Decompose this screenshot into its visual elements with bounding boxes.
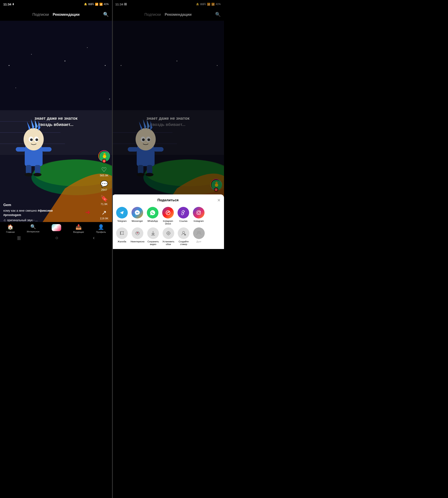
svg-point-69 bbox=[200, 211, 200, 212]
create-sticker-icon bbox=[178, 227, 189, 239]
left-panel: 11:34 ⬇ 🔔 WiFi 📶 📶 41% Подписки Рекоменд… bbox=[0, 0, 112, 249]
set-wallpaper-icon bbox=[163, 227, 174, 239]
save-video-icon bbox=[147, 227, 159, 239]
share-set-wallpaper[interactable]: Установить обои bbox=[162, 227, 175, 246]
instagram-direct-label: Instagram Direct bbox=[161, 220, 175, 225]
share-create-sticker[interactable]: Создайте стикер bbox=[177, 227, 190, 246]
svg-rect-28 bbox=[35, 165, 40, 174]
svg-point-13 bbox=[15, 88, 16, 88]
svg-rect-25 bbox=[16, 147, 26, 152]
video-area-left[interactable]: знает даже не знаток гвоздь вбивает... bbox=[0, 21, 112, 222]
battery-left: 41% bbox=[104, 3, 109, 6]
share-duet: Дуэт bbox=[192, 227, 205, 246]
svg-point-29 bbox=[24, 173, 32, 176]
svg-point-12 bbox=[105, 65, 106, 66]
duet-label: Дуэт bbox=[196, 240, 201, 243]
share-grid-row2: Жалоба Неинтересно bbox=[115, 227, 221, 246]
share-instagram-direct[interactable]: Instagram Direct bbox=[161, 207, 175, 225]
svg-point-34 bbox=[103, 155, 106, 158]
nav-recents-left[interactable]: ||| bbox=[17, 235, 21, 240]
nav-add-left[interactable]: + bbox=[52, 224, 61, 231]
svg-point-75 bbox=[168, 232, 169, 234]
report-label: Жалоба bbox=[118, 240, 126, 243]
save-video-label: Сохранить видео bbox=[147, 240, 160, 246]
share-messenger[interactable]: Messenger bbox=[131, 207, 144, 225]
link-label: Ссылка bbox=[179, 220, 188, 222]
duet-icon bbox=[193, 227, 205, 239]
recommendations-tab-left[interactable]: Рекомендации bbox=[53, 13, 80, 17]
share-link[interactable]: Ссылка bbox=[177, 207, 190, 225]
status-time-left: 11:34 ⬇ bbox=[3, 2, 14, 6]
share-report[interactable]: Жалоба bbox=[115, 227, 128, 246]
svg-point-11 bbox=[87, 47, 88, 48]
svg-point-30 bbox=[33, 173, 42, 176]
status-bar-left: 11:34 ⬇ 🔔 WiFi 📶 📶 41% bbox=[0, 0, 112, 8]
create-sticker-label: Создайте стикер bbox=[177, 240, 190, 246]
share-modal: Поделиться ✕ Telegram bbox=[112, 194, 224, 249]
share-save-video[interactable]: Сохранить видео bbox=[147, 227, 160, 246]
svg-point-16 bbox=[24, 128, 44, 150]
share-count-left: 119.9K bbox=[100, 217, 108, 220]
whatsapp-label: WhatsApp bbox=[147, 220, 158, 222]
comment-action-left[interactable]: 💬 2647 bbox=[100, 180, 108, 191]
svg-point-72 bbox=[138, 232, 139, 233]
nav-back-left[interactable]: ‹ bbox=[93, 235, 95, 241]
video-desc-left: кому как а мне смешно #фиксики #prostoge… bbox=[3, 208, 96, 217]
panel-divider bbox=[112, 0, 113, 249]
svg-point-24 bbox=[35, 138, 38, 141]
nav-explore-left[interactable]: 🔍 Интересное bbox=[27, 224, 39, 233]
share-instagram[interactable]: Instagram bbox=[192, 207, 205, 225]
follow-plus-left[interactable]: + bbox=[102, 159, 106, 163]
svg-point-23 bbox=[30, 138, 33, 141]
signal2-icon-left: 📶 bbox=[99, 3, 103, 6]
not-interested-icon bbox=[132, 227, 143, 239]
svg-point-8 bbox=[9, 65, 10, 66]
bookmark-action-left[interactable]: 🔖 71.9K bbox=[100, 195, 108, 206]
subscriptions-tab-left[interactable]: Подписки bbox=[32, 13, 49, 17]
actions-panel-left: + ♡ 565.9K 💬 2647 🔖 71.9K ➜ ↗ 119.9K bbox=[98, 150, 110, 220]
header-left: Подписки Рекомендации 🔍 bbox=[0, 8, 112, 21]
time-left: 11:34 bbox=[3, 2, 11, 6]
svg-point-74 bbox=[167, 232, 170, 235]
search-icon-left[interactable]: 🔍 bbox=[103, 12, 109, 17]
nav-home-circle-left[interactable]: ○ bbox=[55, 235, 59, 241]
nav-profile-left[interactable]: 👤 Профиль bbox=[96, 224, 106, 233]
share-modal-overlay[interactable]: Поделиться ✕ Telegram bbox=[112, 0, 224, 249]
comment-count-left: 2647 bbox=[101, 188, 107, 191]
share-modal-header: Поделиться ✕ bbox=[115, 198, 221, 203]
system-nav-left: ||| ○ ‹ bbox=[0, 233, 112, 241]
share-not-interested[interactable]: Неинтересно bbox=[130, 227, 144, 246]
video-sound-left[interactable]: ♫ оригинальный звук - ... bbox=[3, 218, 96, 222]
svg-point-9 bbox=[31, 54, 32, 55]
telegram-label: Telegram bbox=[117, 220, 127, 222]
video-author-left: Gem bbox=[3, 203, 96, 207]
video-info-left: Gem кому как а мне смешно #фиксики #pros… bbox=[3, 203, 96, 222]
svg-point-71 bbox=[137, 232, 137, 233]
share-telegram[interactable]: Telegram bbox=[115, 207, 128, 225]
alarm-icon-left: 🔔 bbox=[84, 3, 87, 6]
share-close-button[interactable]: ✕ bbox=[215, 198, 221, 203]
whatsapp-icon bbox=[147, 207, 159, 218]
share-whatsapp[interactable]: WhatsApp bbox=[146, 207, 159, 225]
set-wallpaper-label: Установить обои bbox=[162, 240, 175, 246]
link-icon bbox=[177, 207, 189, 218]
share-title: Поделиться bbox=[121, 198, 215, 202]
avatar-left[interactable]: + bbox=[98, 150, 110, 162]
like-count-left: 565.9K bbox=[100, 174, 108, 177]
not-interested-label: Неинтересно bbox=[130, 240, 144, 243]
report-icon bbox=[116, 227, 128, 239]
svg-rect-26 bbox=[42, 147, 52, 152]
nav-home-left[interactable]: 🏠 Главная bbox=[6, 224, 15, 233]
svg-point-10 bbox=[64, 61, 65, 61]
messenger-icon bbox=[131, 207, 143, 218]
instagram-direct-icon bbox=[162, 207, 174, 218]
svg-point-84 bbox=[197, 232, 199, 233]
svg-point-14 bbox=[109, 99, 110, 100]
nav-inbox-left[interactable]: 📥 Входящие bbox=[73, 224, 84, 233]
like-action-left[interactable]: ♡ 565.9K bbox=[100, 166, 108, 177]
share-action-left[interactable]: ➜ ↗ 119.9K bbox=[100, 209, 108, 220]
svg-point-85 bbox=[199, 232, 201, 233]
bookmark-count-left: 71.9K bbox=[101, 202, 108, 206]
messenger-label: Messenger bbox=[132, 220, 143, 222]
bottom-nav-left: 🏠 Главная 🔍 Интересное + 📥 Входящие 👤 Пр… bbox=[0, 222, 112, 249]
